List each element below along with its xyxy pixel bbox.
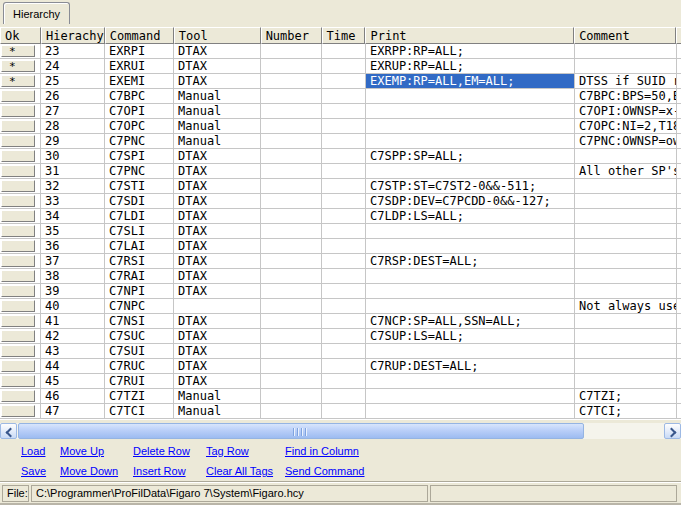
hierarchy-cell[interactable]: 46: [41, 389, 105, 404]
print-cell[interactable]: [366, 389, 575, 404]
ok-button[interactable]: [1, 315, 35, 327]
print-cell[interactable]: C7SUP:LS=ALL;: [366, 329, 575, 344]
hierarchy-cell[interactable]: 42: [41, 329, 105, 344]
hierarchy-cell[interactable]: 24: [41, 59, 105, 74]
tool-cell[interactable]: DTAX: [174, 44, 261, 59]
time-cell[interactable]: [322, 314, 366, 329]
hierarchy-cell[interactable]: 25: [41, 74, 105, 89]
ok-button[interactable]: [1, 105, 35, 117]
link-save[interactable]: Save: [21, 465, 46, 478]
tool-cell[interactable]: DTAX: [174, 374, 261, 389]
number-cell[interactable]: [261, 134, 322, 149]
command-cell[interactable]: C7STI: [105, 179, 174, 194]
tool-cell[interactable]: [174, 299, 261, 314]
time-cell[interactable]: [322, 239, 366, 254]
hierarchy-cell[interactable]: 26: [41, 89, 105, 104]
number-cell[interactable]: [261, 359, 322, 374]
time-cell[interactable]: [322, 254, 366, 269]
hierarchy-cell[interactable]: 23: [41, 44, 105, 59]
link-delete-row[interactable]: Delete Row: [133, 445, 190, 458]
command-cell[interactable]: C7RAI: [105, 269, 174, 284]
comment-cell[interactable]: [575, 284, 677, 299]
time-cell[interactable]: [322, 149, 366, 164]
hierarchy-cell[interactable]: 38: [41, 269, 105, 284]
command-cell[interactable]: C7OPC: [105, 119, 174, 134]
number-cell[interactable]: [261, 179, 322, 194]
print-cell[interactable]: C7STP:ST=C7ST2-0&&-511;: [366, 179, 575, 194]
ok-button[interactable]: [1, 375, 35, 387]
ok-button[interactable]: [1, 300, 35, 312]
comment-cell[interactable]: [575, 224, 677, 239]
tool-cell[interactable]: Manual: [174, 119, 261, 134]
print-cell[interactable]: EXEMP:RP=ALL,EM=ALL;: [366, 74, 575, 89]
hierarchy-cell[interactable]: 37: [41, 254, 105, 269]
comment-cell[interactable]: [575, 329, 677, 344]
tool-cell[interactable]: Manual: [174, 389, 261, 404]
print-cell[interactable]: [366, 404, 575, 419]
comment-cell[interactable]: C7BPC:BPS=50,BP: [575, 89, 677, 104]
comment-cell[interactable]: [575, 59, 677, 74]
number-cell[interactable]: [261, 269, 322, 284]
hierarchy-cell[interactable]: 33: [41, 194, 105, 209]
hierarchy-cell[interactable]: 31: [41, 164, 105, 179]
column-header-tool[interactable]: Tool: [174, 27, 261, 44]
command-cell[interactable]: C7PNC: [105, 134, 174, 149]
ok-button[interactable]: [1, 330, 35, 342]
tool-cell[interactable]: DTAX: [174, 269, 261, 284]
tab-hierarchy[interactable]: Hierarchy: [3, 2, 70, 24]
horizontal-scrollbar[interactable]: [0, 423, 681, 439]
link-move-up[interactable]: Move Up: [60, 445, 104, 458]
print-cell[interactable]: [366, 299, 575, 314]
comment-cell[interactable]: [575, 209, 677, 224]
number-cell[interactable]: [261, 389, 322, 404]
command-cell[interactable]: C7SLI: [105, 224, 174, 239]
print-cell[interactable]: C7LDP:LS=ALL;: [366, 209, 575, 224]
number-cell[interactable]: [261, 119, 322, 134]
tool-cell[interactable]: DTAX: [174, 164, 261, 179]
ok-button[interactable]: [1, 345, 35, 357]
number-cell[interactable]: [261, 299, 322, 314]
time-cell[interactable]: [322, 44, 366, 59]
hierarchy-cell[interactable]: 40: [41, 299, 105, 314]
time-cell[interactable]: [322, 119, 366, 134]
number-cell[interactable]: [261, 89, 322, 104]
number-cell[interactable]: [261, 194, 322, 209]
time-cell[interactable]: [322, 344, 366, 359]
ok-button[interactable]: [1, 390, 35, 402]
tool-cell[interactable]: DTAX: [174, 254, 261, 269]
column-header-hierarchy[interactable]: Hierachy: [41, 27, 105, 44]
command-cell[interactable]: C7NSI: [105, 314, 174, 329]
scrollbar-thumb[interactable]: [18, 423, 584, 439]
print-cell[interactable]: C7RUP:DEST=ALL;: [366, 359, 575, 374]
command-cell[interactable]: C7TCI: [105, 404, 174, 419]
time-cell[interactable]: [322, 224, 366, 239]
command-cell[interactable]: C7PNC: [105, 164, 174, 179]
print-cell[interactable]: [366, 284, 575, 299]
link-move-down[interactable]: Move Down: [60, 465, 118, 478]
command-cell[interactable]: EXEMI: [105, 74, 174, 89]
tool-cell[interactable]: Manual: [174, 89, 261, 104]
ok-button[interactable]: [1, 165, 35, 177]
print-cell[interactable]: [366, 104, 575, 119]
time-cell[interactable]: [322, 104, 366, 119]
link-clear-all-tags[interactable]: Clear All Tags: [206, 465, 273, 478]
link-send-command[interactable]: Send Command: [285, 465, 365, 478]
tool-cell[interactable]: DTAX: [174, 194, 261, 209]
time-cell[interactable]: [322, 389, 366, 404]
comment-cell[interactable]: Not always used: [575, 299, 677, 314]
time-cell[interactable]: [322, 74, 366, 89]
command-cell[interactable]: C7SPI: [105, 149, 174, 164]
command-cell[interactable]: EXRPI: [105, 44, 174, 59]
number-cell[interactable]: [261, 74, 322, 89]
ok-button[interactable]: [1, 240, 35, 252]
tool-cell[interactable]: DTAX: [174, 284, 261, 299]
comment-cell[interactable]: C7OPI:OWNSP=x-y: [575, 104, 677, 119]
time-cell[interactable]: [322, 89, 366, 104]
command-cell[interactable]: C7SUI: [105, 344, 174, 359]
tool-cell[interactable]: DTAX: [174, 344, 261, 359]
command-cell[interactable]: C7SDI: [105, 194, 174, 209]
comment-cell[interactable]: C7OPC:NI=2,T18=: [575, 119, 677, 134]
print-cell[interactable]: [366, 119, 575, 134]
tool-cell[interactable]: Manual: [174, 104, 261, 119]
print-cell[interactable]: EXRUP:RP=ALL;: [366, 59, 575, 74]
